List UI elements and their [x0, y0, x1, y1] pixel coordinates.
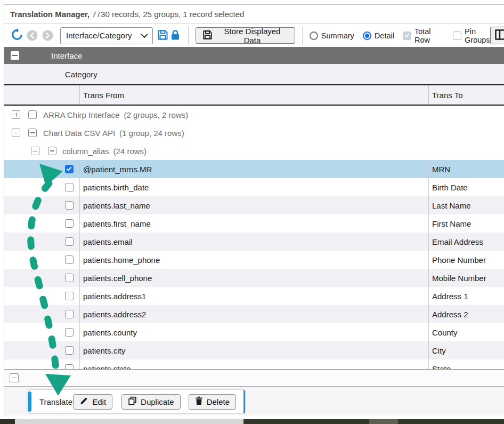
- row-checkbox[interactable]: [65, 310, 74, 318]
- forward-button[interactable]: [41, 30, 54, 41]
- translate-panel-label: Translate: [39, 397, 73, 406]
- total-row-checkbox-label[interactable]: Total Row: [414, 27, 444, 44]
- grid-rows: ARRA Chirp Interface (2 groups, 2 rows) …: [4, 106, 504, 370]
- group-label: ARRA Chirp Interface: [43, 110, 119, 119]
- duplicate-icon: [128, 396, 137, 407]
- total-row-checkbox[interactable]: [403, 31, 411, 40]
- group-count: (2 groups, 2 rows): [124, 110, 188, 119]
- expand-toggle-icon[interactable]: [31, 147, 39, 155]
- row-gutter-cell: [4, 214, 80, 233]
- trans-to-cell: State: [429, 359, 504, 370]
- category-header-label: Category: [65, 70, 97, 79]
- undo-button[interactable]: [11, 28, 23, 43]
- pencil-icon: [79, 396, 88, 407]
- interface-group-header: Interface: [4, 47, 504, 64]
- delete-button-label: Delete: [207, 397, 230, 406]
- pin-groups-checkbox[interactable]: [453, 31, 461, 40]
- toolbar: Interface/Category: [4, 24, 504, 47]
- edit-button[interactable]: Edit: [73, 394, 112, 410]
- expand-toggle-icon[interactable]: [12, 129, 20, 137]
- row-checkbox[interactable]: [65, 201, 74, 210]
- table-row[interactable]: patients.county County: [4, 323, 504, 341]
- group-row[interactable]: column_alias (24 rows): [4, 142, 504, 160]
- row-checkbox[interactable]: [65, 237, 74, 246]
- trans-from-column-header[interactable]: Trans From: [80, 85, 429, 105]
- title-bar: Translation Manager, 7730 records, 25 gr…: [4, 5, 504, 24]
- group-row[interactable]: Chart Data CSV API (1 group, 24 rows): [4, 124, 504, 142]
- table-row[interactable]: patients.last_name Last Name: [4, 196, 504, 214]
- lock-view-button[interactable]: [170, 29, 180, 42]
- trans-from-cell: patients.home_phone: [80, 251, 429, 269]
- trans-from-cell: patients.address2: [80, 305, 429, 323]
- chevron-down-icon: [141, 31, 148, 40]
- expand-toggle-icon[interactable]: [12, 110, 20, 119]
- delete-button[interactable]: Delete: [189, 394, 236, 410]
- lock-icon: [170, 29, 180, 42]
- row-checkbox[interactable]: [65, 274, 74, 282]
- screen: Translation Manager, 7730 records, 25 gr…: [0, 0, 504, 424]
- group-row[interactable]: ARRA Chirp Interface (2 groups, 2 rows): [4, 106, 504, 124]
- table-row[interactable]: patients.city City: [4, 341, 504, 359]
- row-gutter-cell: [4, 305, 80, 323]
- row-gutter-cell: [4, 233, 80, 251]
- detail-radio-label[interactable]: Detail: [375, 31, 394, 40]
- trans-from-cell: patients.email: [80, 233, 429, 251]
- save-icon: [157, 29, 168, 42]
- group-checkbox[interactable]: [48, 147, 56, 155]
- translate-panel: Translate Edit Duplicate: [27, 389, 246, 414]
- column-layout-button[interactable]: [490, 27, 504, 44]
- row-checkbox[interactable]: [65, 328, 74, 337]
- trans-to-cell: MRN: [429, 160, 504, 178]
- collapse-bottom-panel-icon[interactable]: [10, 373, 19, 382]
- duplicate-button[interactable]: Duplicate: [121, 394, 181, 410]
- back-button[interactable]: [26, 30, 39, 41]
- store-displayed-data-button[interactable]: Store Displayed Data: [196, 27, 295, 44]
- table-row[interactable]: patients.cell_phone Mobile Number: [4, 269, 504, 287]
- trans-to-cell: Phone Number: [429, 251, 504, 269]
- trans-to-cell: First Name: [429, 214, 504, 233]
- table-row[interactable]: patients.first_name First Name: [4, 214, 504, 233]
- table-row[interactable]: patients.state State: [4, 359, 504, 370]
- trash-icon: [195, 396, 203, 407]
- row-gutter-cell: [4, 341, 80, 359]
- record-status: 7730 records, 25 groups, 1 record select…: [90, 10, 244, 19]
- row-checkbox[interactable]: [65, 165, 74, 173]
- group-checkbox[interactable]: [28, 129, 37, 137]
- row-gutter-cell: [4, 323, 80, 341]
- table-row[interactable]: @patient_mrns.MR MRN: [4, 160, 504, 178]
- trans-from-cell: patients.state: [80, 359, 429, 370]
- group-checkbox[interactable]: [28, 110, 37, 119]
- trans-from-cell: patients.last_name: [80, 196, 429, 214]
- collapse-all-icon[interactable]: [11, 51, 19, 60]
- view-selector-dropdown[interactable]: Interface/Category: [60, 27, 153, 44]
- row-gutter-cell: [4, 178, 80, 196]
- category-group-header: Category: [4, 64, 504, 85]
- row-checkbox[interactable]: [65, 364, 74, 370]
- back-icon: [27, 30, 38, 41]
- row-checkbox[interactable]: [65, 346, 74, 355]
- table-row[interactable]: patients.home_phone Phone Number: [4, 251, 504, 269]
- table-row[interactable]: patients.birth_date Birth Date: [4, 178, 504, 196]
- duplicate-button-label: Duplicate: [141, 397, 174, 406]
- summary-radio[interactable]: [310, 31, 318, 40]
- trans-to-cell: Email Address: [429, 233, 504, 251]
- table-row[interactable]: patients.address2 Address 2: [4, 305, 504, 323]
- table-row[interactable]: patients.address1 Address 1: [4, 287, 504, 305]
- group-count: (24 rows): [113, 147, 147, 156]
- row-checkbox[interactable]: [65, 292, 74, 300]
- trans-from-cell: patients.address1: [80, 287, 429, 305]
- trans-to-column-header[interactable]: Trans To: [429, 85, 504, 105]
- save-view-button[interactable]: [157, 29, 168, 42]
- row-checkbox[interactable]: [65, 219, 74, 228]
- row-checkbox[interactable]: [65, 255, 74, 264]
- column-header-row: Trans From Trans To: [4, 85, 504, 106]
- detail-radio[interactable]: [363, 31, 371, 40]
- summary-radio-label[interactable]: Summary: [321, 31, 354, 40]
- table-row[interactable]: patients.email Email Address: [4, 233, 504, 251]
- edit-button-label: Edit: [92, 397, 106, 406]
- row-gutter-cell: [4, 359, 80, 370]
- trans-to-cell: Last Name: [429, 196, 504, 214]
- group-label: Chart Data CSV API: [43, 129, 115, 138]
- row-checkbox[interactable]: [65, 183, 74, 191]
- trans-from-cell: patients.city: [80, 341, 429, 359]
